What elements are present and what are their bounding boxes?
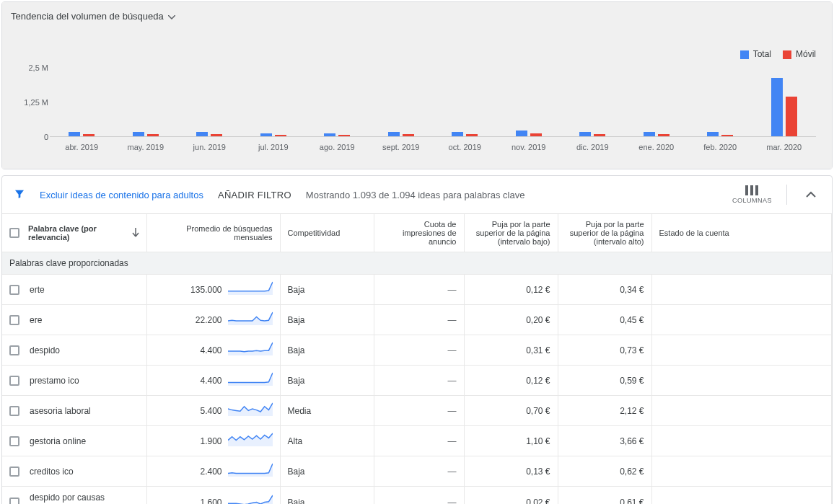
table-row[interactable]: creditos ico2.400Baja—0,13 €0,62 €	[2, 456, 832, 487]
bar-movil	[594, 134, 605, 136]
avg-value: 1.600	[200, 498, 221, 504]
account-status	[651, 305, 832, 335]
impression-share: —	[374, 487, 464, 505]
header-account[interactable]: Estado de la cuenta	[651, 214, 832, 252]
table-row[interactable]: gestoria online1.900Alta—1,10 €3,66 €	[2, 426, 832, 456]
bar-group	[242, 63, 306, 136]
columns-label: COLUMNAS	[732, 197, 772, 204]
bid-high: 0,59 €	[558, 366, 651, 396]
table-row[interactable]: despido por causas objetivas1.600Baja—0,…	[2, 487, 832, 505]
header-keyword[interactable]: Palabra clave (por relevancia)	[28, 224, 115, 242]
bar-total	[324, 133, 335, 136]
add-filter-button[interactable]: AÑADIR FILTRO	[218, 190, 291, 200]
x-tick: sept. 2019	[369, 143, 434, 151]
competition-value: Baja	[280, 335, 374, 366]
sparkline	[228, 432, 273, 450]
bar-group	[752, 63, 817, 136]
bid-high: 2,12 €	[558, 396, 651, 426]
bar-total	[260, 133, 272, 136]
competition-value: Baja	[280, 275, 374, 305]
svg-rect-2	[755, 185, 758, 195]
bar-movil	[403, 134, 414, 136]
header-bid-low[interactable]: Puja por la parte superior de la página …	[464, 214, 558, 252]
row-checkbox[interactable]	[9, 406, 19, 416]
bar-group	[433, 63, 497, 136]
competition-value: Baja	[280, 487, 374, 505]
bar-group	[688, 63, 752, 136]
avg-value: 2.400	[200, 467, 221, 477]
x-tick: ene. 2020	[625, 143, 689, 151]
svg-rect-1	[750, 185, 753, 195]
ytick: 1,25 M	[17, 98, 48, 107]
row-checkbox[interactable]	[9, 285, 19, 295]
table-row[interactable]: erte135.000Baja—0,12 €0,34 €	[2, 275, 832, 305]
row-checkbox[interactable]	[9, 315, 19, 325]
row-checkbox[interactable]	[9, 498, 19, 504]
account-status	[651, 456, 832, 487]
bar-total	[133, 132, 144, 136]
ytick: 2,5 M	[17, 63, 48, 72]
x-tick: jun. 2019	[177, 143, 242, 151]
legend-movil-label: Móvil	[796, 49, 816, 59]
table-toolbar: Excluir ideas de contenido para adultos …	[2, 176, 832, 214]
avg-value: 22.200	[196, 315, 222, 325]
x-tick: dic. 2019	[561, 143, 625, 151]
impression-share: —	[374, 456, 464, 487]
row-checkbox[interactable]	[9, 436, 19, 446]
account-status	[651, 426, 832, 456]
account-status	[651, 275, 832, 305]
bid-high: 0,62 €	[558, 456, 651, 487]
header-comp[interactable]: Competitividad	[280, 214, 374, 252]
sort-arrow-icon[interactable]	[132, 227, 139, 239]
ytick: 0	[17, 133, 48, 141]
legend-swatch-movil	[783, 50, 791, 59]
x-tick: ago. 2019	[305, 143, 369, 151]
impression-share: —	[374, 305, 464, 335]
select-all-checkbox[interactable]	[9, 228, 19, 238]
table-row[interactable]: despido4.400Baja—0,31 €0,73 €	[2, 335, 832, 366]
row-checkbox[interactable]	[9, 345, 19, 355]
chart-title[interactable]: Tendencia del volumen de búsqueda	[11, 11, 164, 22]
row-checkbox[interactable]	[9, 376, 19, 386]
bid-low: 0,12 €	[464, 366, 558, 396]
bar-group	[625, 63, 689, 136]
sparkline	[228, 371, 273, 389]
collapse-button[interactable]	[802, 187, 820, 203]
x-tick: abr. 2019	[50, 143, 114, 151]
keyword-text: asesoria laboral	[30, 406, 91, 416]
row-checkbox[interactable]	[9, 467, 19, 477]
x-axis-labels: abr. 2019may. 2019jun. 2019jul. 2019ago.…	[50, 143, 816, 151]
separator	[786, 185, 787, 205]
section-label: Palabras clave proporcionadas	[2, 252, 832, 275]
bar-total	[579, 132, 591, 136]
exclude-adult-link[interactable]: Excluir ideas de contenido para adultos	[40, 190, 203, 200]
table-card: Excluir ideas de contenido para adultos …	[1, 175, 833, 504]
columns-button[interactable]: COLUMNAS	[732, 185, 772, 204]
header-quota[interactable]: Cuota de impresiones de anuncio	[374, 214, 464, 252]
legend-swatch-total	[740, 50, 749, 59]
avg-value: 135.000	[190, 285, 221, 295]
chart-legend: Total Móvil	[740, 49, 816, 59]
bid-high: 0,45 €	[558, 305, 651, 335]
header-avg[interactable]: Promedio de búsquedas mensuales	[146, 214, 280, 252]
bar-group	[561, 63, 625, 136]
competition-value: Baja	[280, 305, 374, 335]
bar-total	[707, 132, 719, 136]
filter-icon[interactable]	[14, 188, 25, 202]
keyword-text: ere	[30, 315, 42, 325]
x-tick: jul. 2019	[242, 143, 306, 151]
bar-group	[369, 63, 434, 136]
bar-total	[69, 132, 80, 136]
header-bid-high[interactable]: Puja por la parte superior de la página …	[558, 214, 651, 252]
bid-low: 0,31 €	[464, 335, 558, 366]
impression-share: —	[374, 335, 464, 366]
results-status: Mostrando 1.093 de 1.094 ideas para pala…	[306, 190, 525, 200]
impression-share: —	[374, 275, 464, 305]
table-row[interactable]: asesoria laboral5.400Media—0,70 €2,12 €	[2, 396, 832, 426]
table-row[interactable]: ere22.200Baja—0,20 €0,45 €	[2, 305, 832, 335]
bar-plot	[50, 63, 816, 137]
table-row[interactable]: prestamo ico4.400Baja—0,12 €0,59 €	[2, 366, 832, 396]
account-status	[651, 335, 832, 366]
keyword-text: creditos ico	[30, 467, 74, 477]
chevron-down-icon[interactable]	[168, 12, 175, 22]
